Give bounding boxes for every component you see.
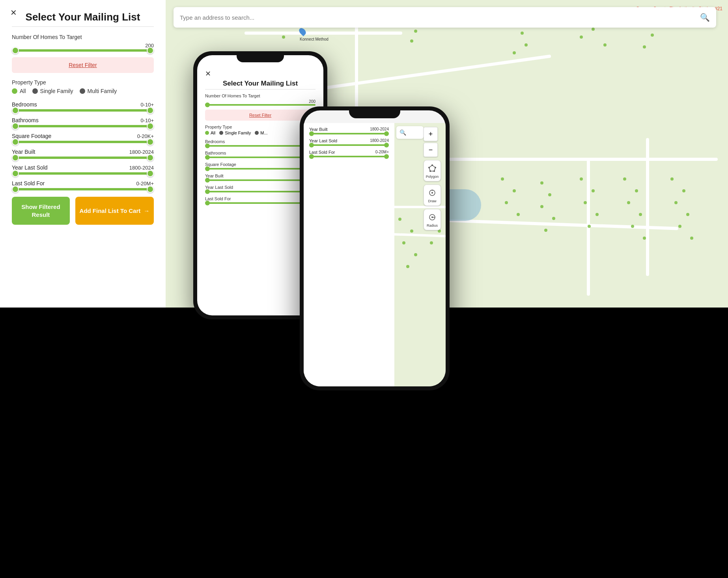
phone1-prop-dot-multi: [255, 131, 259, 135]
phone2-tool-draw[interactable]: Draw: [424, 185, 441, 206]
add-to-cart-label: Add Final List To Cart: [80, 207, 141, 215]
property-option-single[interactable]: Single Family: [32, 88, 73, 94]
search-icon[interactable]: 🔍: [700, 13, 710, 22]
property-type-label: Property Type: [12, 79, 154, 86]
phone2: Year Built 1800-2024 Year Last Sold 1800…: [300, 106, 450, 390]
phone2-sold-price-header: Last Sold For 0-20M+: [309, 150, 389, 155]
phone1-prop-multi[interactable]: M...: [255, 131, 267, 135]
phone1-homes-range: 200: [205, 99, 315, 104]
year-sold-slider-left[interactable]: [12, 170, 19, 177]
bottom-buttons: Show Filtered Result Add Final List To C…: [12, 197, 154, 225]
phone1-prop-dot-single: [219, 131, 223, 135]
close-button[interactable]: ✕: [8, 7, 19, 18]
prop-dot-multi: [80, 88, 85, 94]
sold-price-slider-left[interactable]: [12, 186, 19, 193]
filter-bedrooms-range: 0-10+: [140, 102, 154, 108]
prop-dot-single: [32, 88, 38, 94]
phone1-bathrooms-slider[interactable]: [205, 157, 315, 158]
year-sold-slider-right[interactable]: [147, 170, 154, 177]
phone2-search-icon[interactable]: 🔍: [399, 129, 406, 136]
bathrooms-slider-left[interactable]: [12, 123, 19, 130]
filter-sold-price-name: Last Sold For: [12, 180, 45, 186]
prop-label-single: Single Family: [40, 88, 73, 94]
phone1-homes-slider[interactable]: [205, 104, 315, 106]
sidebar-divider: [12, 26, 154, 27]
bedrooms-slider[interactable]: [12, 109, 154, 112]
filter-year-sold-name: Year Last Sold: [12, 164, 48, 171]
phone2-year-sold-label: Year Last Sold: [309, 138, 337, 143]
svg-point-4: [429, 170, 431, 172]
bedrooms-slider-right[interactable]: [147, 107, 154, 114]
year-built-slider[interactable]: [12, 157, 154, 159]
filter-sold-price: Last Sold For 0-20M+: [12, 180, 154, 190]
filter-sqft-range: 0-20K+: [137, 133, 154, 139]
homes-range-row: 200: [12, 43, 154, 48]
phone1-homes-value: 200: [309, 99, 315, 104]
zoom-in-button[interactable]: +: [424, 127, 438, 141]
bathrooms-slider-right[interactable]: [147, 123, 154, 130]
svg-point-7: [431, 192, 433, 194]
prop-dot-all: [12, 88, 17, 94]
filter-sqft-name: Square Footage: [12, 133, 51, 139]
filter-bedrooms: Bedrooms 0-10+: [12, 101, 154, 112]
zoom-out-button[interactable]: −: [424, 143, 438, 157]
sold-price-slider[interactable]: [12, 188, 154, 190]
sqft-slider[interactable]: [12, 141, 154, 143]
reset-filter-button[interactable]: Reset Filter: [12, 57, 154, 73]
year-sold-slider[interactable]: [12, 172, 154, 175]
phone1-year-sold-slider[interactable]: [205, 191, 315, 192]
phone1-sqft-slider[interactable]: [205, 168, 315, 170]
radius-icon: [427, 212, 438, 223]
search-input[interactable]: [180, 14, 700, 21]
phone2-sold-price-label: Last Sold For: [309, 150, 335, 155]
phone1-prop-all[interactable]: All: [205, 131, 215, 135]
year-built-slider-right[interactable]: [147, 154, 154, 161]
homes-slider-thumb-right[interactable]: [147, 47, 154, 54]
phone1-sold-price-slider[interactable]: [205, 202, 315, 204]
homes-slider-thumb-left[interactable]: [12, 47, 19, 54]
phone1-bedrooms-slider[interactable]: [205, 145, 315, 147]
homes-slider[interactable]: [12, 49, 154, 52]
show-filtered-button[interactable]: Show Filtered Result: [12, 197, 70, 225]
filter-sold-price-range: 0-20M+: [136, 181, 154, 186]
sqft-slider-left[interactable]: [12, 138, 19, 145]
phone1-prop-label-single: Single Family: [225, 131, 251, 135]
phone1-prop-single[interactable]: Single Family: [219, 131, 251, 135]
phone1-prop-dot-all: [205, 131, 209, 135]
svg-point-3: [433, 170, 435, 172]
phone2-sold-price-slider[interactable]: [309, 156, 389, 157]
svg-marker-0: [429, 165, 435, 171]
phone2-notch: [349, 106, 400, 118]
phone1-year-built-slider[interactable]: [205, 179, 315, 181]
bathrooms-slider[interactable]: [12, 125, 154, 127]
year-built-slider-left[interactable]: [12, 154, 19, 161]
phone2-year-built-slider[interactable]: [309, 133, 389, 134]
prop-label-multi: Multi Family: [88, 88, 117, 94]
phone1-close[interactable]: ✕: [205, 69, 315, 78]
phone1-homes-label: Number Of Homes To Target: [205, 93, 315, 98]
phone1-sqft-label: Square Footage: [205, 162, 315, 167]
filter-bathrooms: Bathrooms 0-10+: [12, 117, 154, 127]
search-bar: 🔍: [174, 7, 716, 28]
filter-year-built: Year Built 1800-2024: [12, 149, 154, 159]
phone2-tool-polygon[interactable]: Polygon: [424, 160, 441, 181]
filter-sold-price-header: Last Sold For 0-20M+: [12, 180, 154, 186]
add-to-cart-button[interactable]: Add Final List To Cart →: [75, 197, 154, 225]
property-option-all[interactable]: All: [12, 88, 26, 94]
filter-year-sold: Year Last Sold 1800-2024: [12, 164, 154, 175]
phone1-year-built-label: Year Built: [205, 173, 315, 178]
phone2-tool-radius[interactable]: Radius: [424, 209, 441, 230]
phone1-divider: [205, 89, 315, 89]
filter-sqft: Square Footage 0-20K+: [12, 133, 154, 143]
phone1-reset-btn[interactable]: Reset Filter: [205, 110, 315, 121]
phone2-panel: Year Built 1800-2024 Year Last Sold 1800…: [304, 123, 394, 386]
sold-price-slider-right[interactable]: [147, 186, 154, 193]
sqft-slider-right[interactable]: [147, 138, 154, 145]
phone1-homes-slider-thumb[interactable]: [205, 103, 210, 107]
bedrooms-slider-left[interactable]: [12, 107, 19, 114]
phone2-year-sold-slider[interactable]: [309, 144, 389, 146]
filter-year-sold-header: Year Last Sold 1800-2024: [12, 164, 154, 171]
phone2-content: Year Built 1800-2024 Year Last Sold 1800…: [304, 123, 446, 386]
homes-label: Number Of Homes To Target: [12, 34, 154, 40]
property-option-multi[interactable]: Multi Family: [80, 88, 117, 94]
